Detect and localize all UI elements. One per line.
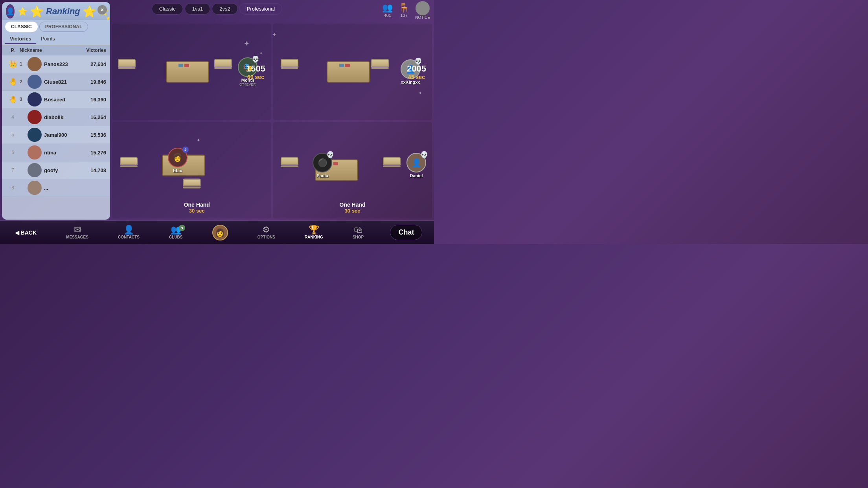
chat-button[interactable]: Chat [390, 225, 422, 240]
player-card-paula[interactable]: ⚫ 💀 Paula [313, 153, 332, 178]
table-type-3: One Hand [184, 202, 210, 208]
chair-left-3 [120, 157, 138, 179]
rank-name-8: ... [44, 185, 106, 191]
rank-victories-7: 14,708 [79, 167, 106, 173]
back-button[interactable]: ◀ BACK [12, 229, 40, 236]
rank-name-6: ntina [44, 150, 79, 156]
mode-tab-2vs2[interactable]: 2vs2 [212, 3, 237, 15]
rank-avatar-8 [28, 181, 42, 195]
player-name-daniel: Daniel [410, 173, 423, 178]
player-name-xxkingxx: xxKingxx [401, 80, 420, 84]
nav-options[interactable]: ⚙ OPTIONS [254, 226, 278, 239]
options-label: OPTIONS [257, 235, 275, 239]
filter-points[interactable]: Points [36, 34, 60, 44]
table-score-2: 2005 45 sec [407, 64, 426, 80]
shop-icon: 🛍 [354, 226, 362, 234]
nav-clubs[interactable]: 👥 N CLUBS [166, 226, 186, 239]
mode-tab-1vs1[interactable]: 1vs1 [185, 3, 210, 15]
rank-victories-2: 19,646 [79, 79, 106, 85]
col-header-nickname: Nickname [20, 48, 79, 53]
messages-label: MESSAGES [66, 235, 88, 239]
skull-icon-montii: 💀 [252, 55, 259, 63]
home-avatar: 👩 [212, 225, 228, 240]
chair-right-4 [383, 157, 401, 179]
ranking-row-3[interactable]: 🤚 3 Bosaeed 16,360 [2, 91, 110, 108]
ranking-row-1[interactable]: 👑 1 Panos223 27,604 [2, 55, 110, 73]
nav-ranking[interactable]: 🏆 RANKING [302, 226, 326, 239]
domino-pieces-2 [339, 64, 350, 67]
bottom-nav: ◀ BACK ✉ MESSAGES 👤 CONTACTS 👥 N CLUBS 👩… [0, 220, 434, 244]
table-time-4: 30 sec [339, 208, 365, 214]
subtab-classic[interactable]: CLASSIC [5, 22, 38, 32]
table-label-3: One Hand 30 sec [184, 202, 210, 214]
nav-contacts[interactable]: 👤 CONTACTS [115, 226, 143, 239]
game-table-4[interactable]: ⚫ 💀 Paula 👤 💀 Daniel One Hand 30 sec [273, 122, 432, 218]
ranking-title: Ranking [46, 6, 80, 17]
game-table-3[interactable]: 👩 2 ELix One Hand 30 sec [112, 122, 271, 218]
notice-icon[interactable]: NOTICE [415, 1, 430, 20]
ranking-panel: 👤 ⭐ ⭐ ⭐ Ranking ⭐ ⭐ × CLASSIC PROFESSION… [2, 2, 110, 220]
ranking-title-area: ⭐ ⭐ Ranking ⭐ ⭐ [18, 5, 108, 18]
filter-tabs: Victories Points [2, 33, 110, 45]
rank-medal-2: 🤚 [6, 77, 20, 86]
back-arrow-icon: ◀ [15, 229, 19, 236]
ranking-table-header: P. Nickname Victories [2, 45, 110, 55]
chair-left-1 [118, 59, 136, 81]
player-avatar-wrapper-paula: ⚫ 💀 [313, 153, 332, 172]
player-subtitle-montii: OT4EVER [239, 83, 256, 86]
chair-right-1 [214, 59, 232, 81]
ranking-icon: 🏆 [309, 226, 319, 234]
friends-icon: 👥 [382, 3, 393, 13]
tables-area: 🎭 💀 Montii OT4EVER 1505 60 sec [110, 22, 434, 220]
clubs-badge: N [179, 225, 185, 231]
ranking-label: RANKING [305, 235, 323, 239]
contacts-label: CONTACTS [118, 235, 140, 239]
mode-tab-professional[interactable]: Professional [239, 3, 283, 15]
mode-tab-classic[interactable]: Classic [152, 3, 183, 15]
shop-label: SHOP [353, 235, 364, 239]
friends-count: 401 [384, 13, 391, 18]
ranking-row-7[interactable]: 7 goofy 14,708 [2, 161, 110, 179]
rank-number-2: 2 [20, 79, 28, 84]
nav-messages[interactable]: ✉ MESSAGES [63, 226, 92, 239]
tables-icon-group[interactable]: 🪑 137 [399, 3, 409, 18]
notice-label: NOTICE [415, 15, 430, 20]
rank-victories-4: 16,264 [79, 114, 106, 120]
ranking-row-8[interactable]: 8 ... [2, 179, 110, 197]
rank-avatar-6 [28, 145, 42, 160]
rank-name-7: goofy [44, 167, 79, 173]
table-label-4: One Hand 30 sec [339, 202, 365, 214]
table-surface-2 [327, 61, 370, 83]
ranking-row-6[interactable]: 6 ntina 15,276 [2, 144, 110, 161]
tables-count: 137 [401, 13, 408, 18]
rank-name-3: Bosaeed [44, 97, 79, 103]
game-table-1[interactable]: 🎭 💀 Montii OT4EVER 1505 60 sec [112, 24, 271, 120]
ranking-header: 👤 ⭐ ⭐ ⭐ Ranking ⭐ ⭐ × [2, 2, 110, 20]
subtab-professional[interactable]: PROFESSIONAL [39, 22, 88, 32]
mode-tabs: Classic 1vs1 2vs2 Professional [152, 3, 282, 15]
chair-right-2 [371, 59, 389, 81]
player-card-daniel[interactable]: 👤 💀 Daniel [406, 153, 426, 178]
ranking-row-5[interactable]: 5 Jamal900 15,536 [2, 126, 110, 144]
close-button[interactable]: × [97, 5, 107, 15]
options-icon: ⚙ [262, 226, 270, 234]
ranking-row-4[interactable]: 4 diabolik 16,264 [2, 108, 110, 126]
chair-left-4 [281, 157, 298, 179]
ranking-star-left-2: ⭐ [30, 5, 44, 18]
rank-avatar-2 [28, 75, 42, 89]
nav-home-avatar[interactable]: 👩 [209, 225, 231, 240]
score-time-2: 45 sec [407, 74, 426, 80]
rank-avatar-3 [28, 92, 42, 106]
friends-icon-group[interactable]: 👥 401 [382, 3, 393, 18]
rank-medal-3: 🤚 [6, 95, 20, 104]
table-type-4: One Hand [339, 202, 365, 208]
nav-shop[interactable]: 🛍 SHOP [349, 226, 367, 239]
ranking-star-left-1: ⭐ [18, 7, 28, 16]
filter-victories[interactable]: Victories [5, 34, 36, 44]
game-table-2[interactable]: 👤 💀 xxKingxx 2005 45 sec [273, 24, 432, 120]
ranking-subtabs: CLASSIC PROFESSIONAL [2, 20, 110, 33]
rank-victories-6: 15,276 [79, 150, 106, 156]
rank-medal-6: 6 [6, 150, 20, 155]
ranking-row-2[interactable]: 🤚 2 Giuse821 19,646 [2, 73, 110, 91]
player-card-elix[interactable]: 👩 2 ELix [168, 148, 188, 173]
